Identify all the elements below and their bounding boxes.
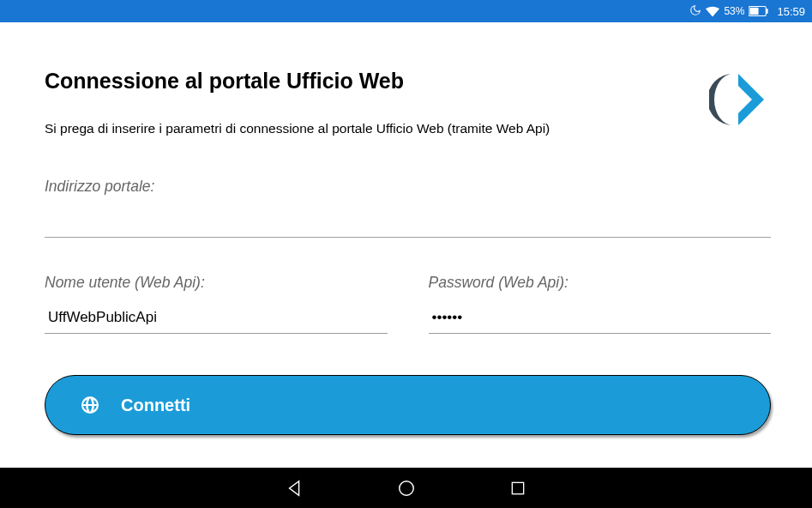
svg-rect-4 xyxy=(512,482,523,493)
password-field-group: Password (Web Api): xyxy=(429,274,772,334)
username-input[interactable] xyxy=(45,300,388,334)
connect-button-label: Connetti xyxy=(121,396,190,415)
username-field-group: Nome utente (Web Api): xyxy=(45,274,388,334)
wifi-icon xyxy=(706,6,719,17)
nav-recent-button[interactable] xyxy=(501,471,535,505)
page-subtitle: Si prega di inserire i parametri di conn… xyxy=(45,121,771,136)
password-label: Password (Web Api): xyxy=(429,274,772,292)
username-label: Nome utente (Web Api): xyxy=(45,274,388,292)
password-input[interactable] xyxy=(429,300,772,334)
svg-rect-2 xyxy=(750,8,759,15)
portal-address-input[interactable] xyxy=(45,204,771,238)
main-content: Connessione al portale Ufficio Web Si pr… xyxy=(0,22,812,468)
connect-button[interactable]: Connetti xyxy=(45,375,771,435)
globe-icon xyxy=(80,395,100,415)
nav-home-button[interactable] xyxy=(389,471,424,505)
android-nav-bar xyxy=(0,468,812,508)
battery-icon xyxy=(749,6,769,16)
svg-point-3 xyxy=(399,481,413,495)
status-bar: 53% 15:59 xyxy=(0,0,812,22)
page-title: Connessione al portale Ufficio Web xyxy=(45,69,771,94)
battery-percent: 53% xyxy=(724,5,744,17)
svg-rect-1 xyxy=(767,9,768,14)
nav-back-button[interactable] xyxy=(278,471,312,505)
portal-label: Indirizzo portale: xyxy=(45,178,771,196)
status-clock: 15:59 xyxy=(777,5,805,18)
app-logo-icon xyxy=(709,69,771,130)
dnd-moon-icon xyxy=(689,4,701,19)
portal-field-group: Indirizzo portale: xyxy=(45,178,771,238)
